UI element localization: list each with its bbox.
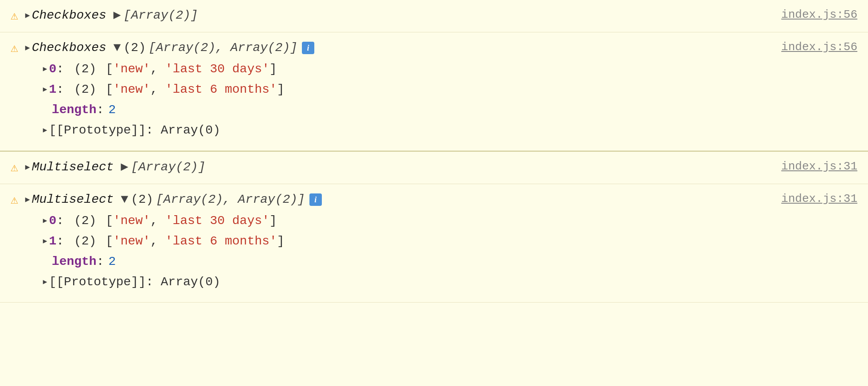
comma-4-1: , <box>150 232 165 251</box>
file-link-3[interactable]: index.js:31 <box>763 158 857 175</box>
length-value-2: 2 <box>109 101 116 119</box>
expand-triangle-2[interactable]: ▶ <box>25 42 30 54</box>
row-content-4: ▶ Multiselect ▼ (2) [Array(2), Array(2)]… <box>25 190 764 293</box>
length-colon-4: : <box>97 252 104 271</box>
info-icon-2[interactable]: i <box>302 42 314 54</box>
prototype-text-2: [[Prototype]]: Array(0) <box>49 121 220 140</box>
file-link-4[interactable]: index.js:31 <box>763 190 857 208</box>
row-content-3: ▶ Multiselect ▶ [Array(2)] <box>25 158 764 177</box>
console-row-1: ⚠ ▶ Checkboxes ▶ [Array(2)] index.js:56 <box>0 0 868 32</box>
row-header-2: ▶ Checkboxes ▼ (2) [Array(2), Array(2)] … <box>25 39 764 57</box>
info-icon-4[interactable]: i <box>309 193 322 206</box>
expand-triangle-array-3[interactable]: ▶ <box>121 158 129 177</box>
collapse-triangle-2[interactable]: ▼ <box>113 39 121 57</box>
expand-triangle-array-1[interactable]: ▶ <box>113 6 121 25</box>
proto-triangle-2[interactable]: ▶ <box>43 125 47 136</box>
list-item-2-0: ▶ 0 : (2) [ 'new' , 'last 30 days' ] <box>43 60 764 79</box>
array-count-4: (2) <box>131 190 153 209</box>
array-preview-1: [Array(2)] <box>124 6 198 25</box>
file-link-2[interactable]: index.js:56 <box>763 39 857 56</box>
file-link-1[interactable]: index.js:56 <box>763 6 857 24</box>
val1-4-1: 'new' <box>113 232 150 251</box>
colon-2-0: : <box>56 60 71 79</box>
source-name-2: Checkboxes <box>32 39 106 57</box>
val1-2-1: 'new' <box>113 80 150 99</box>
row-header-4: ▶ Multiselect ▼ (2) [Array(2), Array(2)]… <box>25 190 764 209</box>
comma-4-0: , <box>150 212 165 230</box>
length-label-4: length <box>52 252 97 271</box>
row-content-1: ▶ Checkboxes ▶ [Array(2)] <box>25 6 764 25</box>
paren-4-0: (2) <box>74 212 96 230</box>
list-item-2-1: ▶ 1 : (2) [ 'new' , 'last 6 months' ] <box>43 80 764 99</box>
comma-2-0: , <box>150 60 165 79</box>
length-row-2: length : 2 <box>43 101 764 119</box>
length-label-2: length <box>52 101 97 119</box>
bracket-close-2-1: ] <box>277 80 285 99</box>
prototype-row-2: ▶ [[Prototype]]: Array(0) <box>43 121 764 140</box>
val2-2-0: 'last 30 days' <box>165 60 270 79</box>
item-triangle-2-0[interactable]: ▶ <box>43 64 47 75</box>
comma-2-1: , <box>150 80 165 99</box>
bracket-2-1: [ <box>98 80 113 99</box>
paren-2-0: (2) <box>74 60 96 79</box>
colon-2-1: : <box>56 80 71 99</box>
bracket-2-0: [ <box>98 60 113 79</box>
expanded-content-2: ▶ 0 : (2) [ 'new' , 'last 30 days' ] ▶ 1… <box>43 60 764 142</box>
bracket-close-4-1: ] <box>277 232 285 251</box>
array-preview-4: [Array(2), Array(2)] <box>156 190 305 209</box>
warning-icon-1: ⚠ <box>11 7 18 26</box>
val2-4-0: 'last 30 days' <box>165 212 270 230</box>
expand-triangle-1[interactable]: ▶ <box>25 10 30 22</box>
list-item-4-0: ▶ 0 : (2) [ 'new' , 'last 30 days' ] <box>43 212 764 230</box>
row-content-2: ▶ Checkboxes ▼ (2) [Array(2), Array(2)] … <box>25 39 764 142</box>
val1-2-0: 'new' <box>113 60 150 79</box>
bracket-4-0: [ <box>98 212 113 230</box>
row-header-1: ▶ Checkboxes ▶ [Array(2)] <box>25 6 764 25</box>
bracket-4-1: [ <box>98 232 113 251</box>
row-header-3: ▶ Multiselect ▶ [Array(2)] <box>25 158 764 177</box>
item-triangle-4-1[interactable]: ▶ <box>43 236 47 247</box>
array-preview-2: [Array(2), Array(2)] <box>149 39 297 57</box>
colon-4-1: : <box>56 232 71 251</box>
warning-icon-2: ⚠ <box>11 39 18 58</box>
collapse-triangle-4[interactable]: ▼ <box>121 190 129 209</box>
bracket-close-2-0: ] <box>270 60 277 79</box>
paren-4-1: (2) <box>74 232 96 251</box>
colon-4-0: : <box>56 212 71 230</box>
source-name-3: Multiselect <box>32 158 114 177</box>
prototype-row-4: ▶ [[Prototype]]: Array(0) <box>43 273 764 291</box>
length-row-4: length : 2 <box>43 252 764 271</box>
item-triangle-4-0[interactable]: ▶ <box>43 216 47 226</box>
array-count-2: (2) <box>124 39 146 57</box>
index-2-0: 0 <box>49 60 57 79</box>
length-colon-2: : <box>97 101 104 119</box>
console-row-3: ⚠ ▶ Multiselect ▶ [Array(2)] index.js:31 <box>0 152 868 184</box>
console-row-2: ⚠ ▶ Checkboxes ▼ (2) [Array(2), Array(2)… <box>0 32 868 151</box>
item-triangle-2-1[interactable]: ▶ <box>43 84 47 95</box>
console-panel: ⚠ ▶ Checkboxes ▶ [Array(2)] index.js:56 … <box>0 0 868 303</box>
list-item-4-1: ▶ 1 : (2) [ 'new' , 'last 6 months' ] <box>43 232 764 251</box>
proto-triangle-4[interactable]: ▶ <box>43 277 47 288</box>
expanded-content-4: ▶ 0 : (2) [ 'new' , 'last 30 days' ] ▶ 1… <box>43 212 764 293</box>
warning-icon-4: ⚠ <box>11 191 18 210</box>
val1-4-0: 'new' <box>113 212 150 230</box>
val2-2-1: 'last 6 months' <box>165 80 277 99</box>
prototype-text-4: [[Prototype]]: Array(0) <box>49 273 220 291</box>
console-row-4: ⚠ ▶ Multiselect ▼ (2) [Array(2), Array(2… <box>0 184 868 303</box>
expand-triangle-4[interactable]: ▶ <box>25 194 30 206</box>
paren-2-1: (2) <box>74 80 96 99</box>
array-preview-3: [Array(2)] <box>131 158 205 177</box>
index-4-0: 0 <box>49 212 57 230</box>
val2-4-1: 'last 6 months' <box>165 232 277 251</box>
source-name-1: Checkboxes <box>32 6 106 25</box>
index-4-1: 1 <box>49 232 57 251</box>
length-value-4: 2 <box>109 252 116 271</box>
index-2-1: 1 <box>49 80 57 99</box>
warning-icon-3: ⚠ <box>11 159 18 177</box>
source-name-4: Multiselect <box>32 190 114 209</box>
bracket-close-4-0: ] <box>270 212 277 230</box>
expand-triangle-3[interactable]: ▶ <box>25 161 30 173</box>
